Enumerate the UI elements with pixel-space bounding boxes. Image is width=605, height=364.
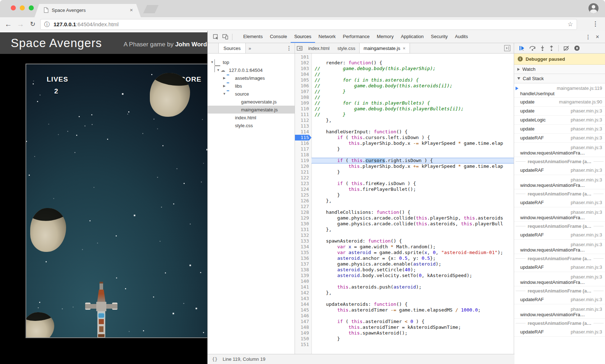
stack-frame-handleUserInput[interactable]: maingamestate.js:119handleUserInput xyxy=(514,83,605,98)
line-number[interactable]: 130 xyxy=(295,221,311,227)
stack-frame-update[interactable]: maingamestate.js:90update xyxy=(514,98,605,107)
code-line-146[interactable]: 146 xyxy=(295,313,514,319)
devtools-tab-sources[interactable]: Sources xyxy=(291,31,315,43)
code-line-144[interactable]: 144 updateAsteroids: function() { xyxy=(295,301,514,307)
tree-expander-icon[interactable]: ▶ xyxy=(222,84,227,88)
line-number[interactable]: 116 xyxy=(295,140,311,146)
code-line-122[interactable]: 122 xyxy=(295,175,514,181)
line-number[interactable]: 135 xyxy=(295,250,311,255)
devtools-menu-icon[interactable]: ⋮ xyxy=(584,34,592,40)
stack-frame-updateRAF[interactable]: phaser.min.js:3updateRAF xyxy=(514,134,605,143)
code-line-136[interactable]: 136 asteroid.anchor = {x: 0.5, y: 0.5}; xyxy=(295,255,514,261)
breakpoint-line-number[interactable]: 115 xyxy=(295,135,311,140)
code-line-121[interactable]: 121 } xyxy=(295,169,514,175)
line-number[interactable]: 140 xyxy=(295,278,311,284)
stack-frame-updateRAF[interactable]: phaser.min.js:3updateRAF xyxy=(514,198,605,207)
new-tab-button[interactable] xyxy=(143,5,159,13)
code-line-105[interactable]: 105// for (i in this.asteroids) { xyxy=(295,77,514,83)
line-number[interactable]: 114 xyxy=(295,129,311,135)
game-canvas[interactable]: LIVES 2 SCORE xyxy=(26,64,207,338)
code-line-143[interactable]: 143 xyxy=(295,296,514,301)
stack-frame-window-requestAnimationFra-[interactable]: phaser.min.js:3window.requestAnimationFr… xyxy=(514,207,605,222)
line-number[interactable]: 118 xyxy=(295,152,311,158)
more-panels-icon[interactable]: » xyxy=(246,43,254,53)
line-number[interactable]: 127 xyxy=(295,204,311,209)
devtools-tab-network[interactable]: Network xyxy=(315,31,340,43)
tree-item-libs[interactable]: ▶libs xyxy=(208,82,295,90)
stack-frame-updateRAF[interactable]: phaser.min.js:3updateRAF xyxy=(514,295,605,304)
pause-on-exceptions-icon[interactable] xyxy=(574,45,580,51)
reload-button[interactable]: ↻ xyxy=(27,19,38,29)
file-tab-index.html[interactable]: index.html xyxy=(304,43,333,53)
line-number[interactable]: 143 xyxy=(295,296,311,301)
navigator-sources-tab[interactable]: Sources xyxy=(218,43,246,53)
line-number[interactable]: 133 xyxy=(295,238,311,244)
code-line-134[interactable]: 134 var x = game.width * Math.random(); xyxy=(295,244,514,250)
line-number[interactable]: 120 xyxy=(295,163,311,169)
profile-avatar-icon[interactable] xyxy=(588,3,599,13)
resume-script-icon[interactable] xyxy=(519,46,525,51)
line-number[interactable]: 108 xyxy=(295,95,311,100)
line-number[interactable]: 105 xyxy=(295,77,311,83)
line-number[interactable]: 151 xyxy=(295,342,311,347)
step-into-icon[interactable] xyxy=(540,46,545,51)
devtools-tab-console[interactable]: Console xyxy=(266,31,291,43)
tree-item-top[interactable]: ▼top xyxy=(208,58,295,66)
code-line-140[interactable]: 140 xyxy=(295,278,514,284)
code-line-120[interactable]: 120 this.playerShip.body.x += kPlayerSpe… xyxy=(295,163,514,169)
call-stack-section-header[interactable]: Call Stack xyxy=(514,74,605,83)
line-number[interactable]: 141 xyxy=(295,284,311,290)
pretty-print-icon[interactable]: {} xyxy=(212,356,218,362)
code-line-106[interactable]: 106// game.debug.body(this.asteroids[i])… xyxy=(295,83,514,89)
code-line-112[interactable]: 112 }, xyxy=(295,118,514,123)
line-number[interactable]: 102 xyxy=(295,60,311,66)
stack-frame-window-requestAnimationFra-[interactable]: phaser.min.js:3window.requestAnimationFr… xyxy=(514,240,605,254)
code-line-145[interactable]: 145 this.asteroidTimer -= game.time.elap… xyxy=(295,307,514,313)
stack-frame-updateRAF[interactable]: phaser.min.js:3updateRAF xyxy=(514,166,605,175)
minimize-window-button[interactable] xyxy=(20,5,25,10)
code-line-128[interactable]: 128 handleCollisions: function() { xyxy=(295,209,514,215)
code-line-137[interactable]: 137 game.physics.arcade.enable(asteroid)… xyxy=(295,261,514,267)
line-number[interactable]: 129 xyxy=(295,215,311,221)
line-number[interactable]: 122 xyxy=(295,175,311,181)
tree-item-maingamestate.js[interactable]: maingamestate.js xyxy=(208,106,295,114)
stack-frame-window-requestAnimationFra-[interactable]: phaser.min.js:3window.requestAnimationFr… xyxy=(514,304,605,319)
code-editor[interactable]: 101102 render: function() {103// game.de… xyxy=(295,54,514,364)
devtools-tab-elements[interactable]: Elements xyxy=(240,31,266,43)
tree-expander-icon[interactable]: ▼ xyxy=(210,60,214,64)
line-number[interactable]: 109 xyxy=(295,100,311,106)
inspect-element-icon[interactable] xyxy=(211,33,221,41)
tree-item-source[interactable]: ▼source xyxy=(208,90,295,98)
devtools-tab-memory[interactable]: Memory xyxy=(373,31,397,43)
tree-expander-icon[interactable]: ▼ xyxy=(216,68,221,72)
browser-menu-icon[interactable]: ⋮ xyxy=(591,19,600,29)
line-number[interactable]: 125 xyxy=(295,192,311,198)
navigator-menu-icon[interactable]: ⋮ xyxy=(286,43,292,53)
address-bar[interactable]: ⓘ 127.0.0.1:64504/index.html ☆ xyxy=(40,19,577,30)
watch-section-header[interactable]: Watch xyxy=(514,65,605,74)
line-number[interactable]: 119 xyxy=(295,158,311,163)
code-line-107[interactable]: 107// } xyxy=(295,89,514,95)
file-tab-maingamestate.js[interactable]: maingamestate.js× xyxy=(359,43,410,53)
code-line-150[interactable]: 150 } xyxy=(295,336,514,342)
hide-navigator-icon[interactable] xyxy=(295,43,304,53)
stack-frame-updateLogic[interactable]: phaser.min.js:3updateLogic xyxy=(514,116,605,125)
bookmark-star-icon[interactable]: ☆ xyxy=(568,20,573,28)
devtools-tab-audits[interactable]: Audits xyxy=(451,31,471,43)
line-number[interactable]: 146 xyxy=(295,313,311,319)
line-number[interactable]: 148 xyxy=(295,324,311,330)
code-line-138[interactable]: 138 asteroid.body.setCircle(40); xyxy=(295,267,514,273)
site-info-icon[interactable]: ⓘ xyxy=(44,21,50,28)
file-tab-style.css[interactable]: style.css xyxy=(333,43,359,53)
code-line-118[interactable]: 118 xyxy=(295,152,514,158)
code-line-123[interactable]: 123 if ( this.fireKey.isDown ) { xyxy=(295,181,514,186)
code-line-147[interactable]: 147 if ( this.asteroidTimer < 0 ) { xyxy=(295,319,514,324)
code-line-135[interactable]: 135 var asteroid = game.add.sprite(x, 0,… xyxy=(295,250,514,255)
line-number[interactable]: 145 xyxy=(295,307,311,313)
code-line-130[interactable]: 130 game.physics.arcade.collide(this.ast… xyxy=(295,221,514,227)
tree-expander-icon[interactable]: ▶ xyxy=(222,76,227,80)
code-line-126[interactable]: 126 }, xyxy=(295,198,514,204)
step-over-icon[interactable] xyxy=(529,46,536,51)
line-number[interactable]: 149 xyxy=(295,330,311,336)
line-number[interactable]: 138 xyxy=(295,267,311,273)
